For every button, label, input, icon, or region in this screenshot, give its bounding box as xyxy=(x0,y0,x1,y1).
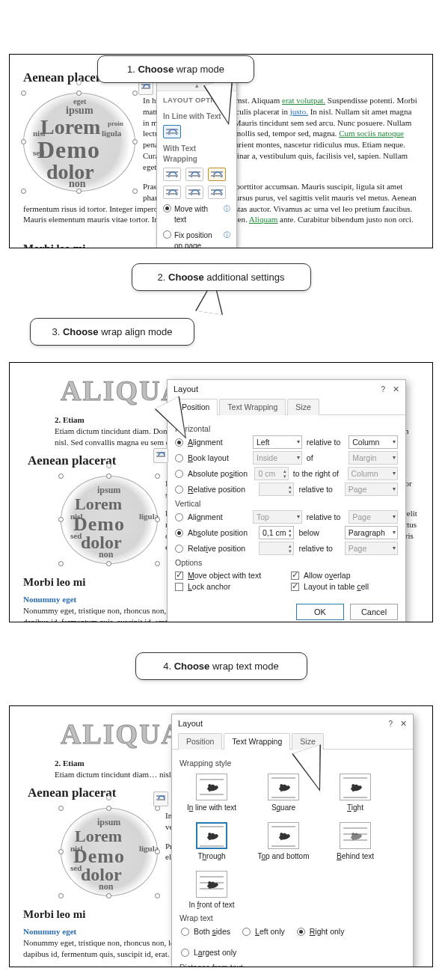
layout-dialog-wrapping: Layout ? ✕ Position Text Wrapping Size W… xyxy=(171,714,414,967)
wrap-style-square[interactable] xyxy=(268,774,299,800)
link-cum[interactable]: Cum sociis natoque xyxy=(339,129,404,138)
group-options: Options xyxy=(175,558,398,567)
move-with-text-radio[interactable] xyxy=(163,204,171,212)
h-abs-radio[interactable] xyxy=(175,470,183,478)
group-distance: Distance from text xyxy=(179,963,405,967)
mid-relative-to: relative to xyxy=(307,512,344,521)
lbl-square: Square xyxy=(271,803,295,812)
lbl-layout-cell: Layout in table cell xyxy=(304,582,369,591)
h-rel-radio[interactable] xyxy=(175,486,183,494)
v-abs-label: Absolute position xyxy=(188,528,254,537)
panel-2: ALIQUA. 2. Etiam Etiam dictum tincidunt … xyxy=(9,362,433,622)
layout-dialog: Layout ? ✕ Position Text Wrapping Size H… xyxy=(167,379,406,622)
dialog-title: Layout xyxy=(178,719,203,728)
h-rel-label: Relative position xyxy=(188,485,254,494)
h-alignment-combo[interactable]: Left▾ xyxy=(253,435,302,449)
callout-num: 3. xyxy=(52,326,60,337)
layout-options-button[interactable] xyxy=(153,448,168,463)
link-erat[interactable]: erat volutpat. xyxy=(282,96,325,105)
h-abs-rel: Column▾ xyxy=(348,467,399,480)
h-book-combo: Inside▾ xyxy=(253,451,302,465)
help-icon[interactable]: ? xyxy=(381,385,385,393)
v-rel-radio[interactable] xyxy=(175,545,183,553)
v-alignment-label: Alignment xyxy=(188,512,248,521)
link-aliquam[interactable]: Aliquam xyxy=(249,215,278,224)
wordcloud-image[interactable]: egetipsum proin Lorem nislligula Demo se… xyxy=(23,93,135,192)
callout-bold: Choose xyxy=(138,64,174,75)
h-rel-rel: Page▾ xyxy=(345,483,398,496)
move-with-text-label: Move with text xyxy=(174,204,221,224)
link-justo[interactable]: justo. xyxy=(290,107,308,116)
h-alignment-rel-combo[interactable]: Column▾ xyxy=(349,435,398,449)
wrap-square-icon[interactable] xyxy=(163,168,181,181)
v-alignment-rel: Page▾ xyxy=(349,510,398,524)
wrap-style-front[interactable] xyxy=(196,871,227,898)
close-icon[interactable]: ✕ xyxy=(393,385,399,393)
v-abs-spin[interactable]: 0,1 cm▴▾ xyxy=(259,526,295,539)
tab-position[interactable]: Position xyxy=(178,733,222,750)
lbl-tight: Tight xyxy=(347,803,363,812)
callout-num: 4. xyxy=(163,661,171,672)
callout-wrap-text-mode: 4. Choose wrap text mode xyxy=(135,652,307,680)
lbl-inline: In line with text xyxy=(187,803,236,812)
wrap-left-radio[interactable] xyxy=(242,928,251,936)
v-rel-rel: Page▾ xyxy=(345,542,398,555)
lbl-through: Through xyxy=(197,852,225,860)
close-icon[interactable]: ✕ xyxy=(400,719,407,728)
tab-text-wrapping[interactable]: Text Wrapping xyxy=(224,733,290,750)
chk-allow-overlap[interactable] xyxy=(291,572,299,580)
callout-rest: wrap mode xyxy=(174,64,224,75)
lbl-front: In front of text xyxy=(188,901,234,909)
wrap-largest-radio[interactable] xyxy=(181,949,189,957)
fix-position-radio[interactable] xyxy=(163,230,171,239)
flyout-section-wrap: With Text Wrapping xyxy=(157,141,236,165)
chk-move-object[interactable] xyxy=(175,572,183,580)
h-book-radio[interactable] xyxy=(175,454,183,462)
wrap-style-topbottom[interactable] xyxy=(268,822,299,849)
lbl-left: Left only xyxy=(255,927,285,936)
wrap-right-radio[interactable] xyxy=(297,928,305,936)
h-abs-label: Absolute position xyxy=(188,469,250,478)
help-icon[interactable]: ? xyxy=(388,719,393,728)
wordcloud-image[interactable]: ipsumLorem nislligula Demosed dolornon xyxy=(61,808,158,896)
wrap-tight-icon[interactable] xyxy=(185,168,203,181)
wrap-through-icon[interactable] xyxy=(208,168,226,181)
info-icon[interactable]: ⓘ xyxy=(224,230,230,239)
chk-layout-cell[interactable] xyxy=(291,583,299,591)
info-icon[interactable]: ⓘ xyxy=(224,204,230,213)
callout-rest: wrap text mode xyxy=(209,661,279,672)
callout-bold: Choose xyxy=(174,661,210,672)
wrap-style-inline[interactable] xyxy=(196,774,227,800)
mid-relative-to: relative to xyxy=(307,438,344,447)
wrap-style-tight[interactable] xyxy=(340,774,371,800)
v-alignment-combo: Top▾ xyxy=(253,510,302,524)
ok-button[interactable]: OK xyxy=(296,604,344,620)
v-alignment-radio[interactable] xyxy=(175,513,183,521)
wrap-style-through[interactable] xyxy=(196,822,227,849)
layout-options-button[interactable] xyxy=(153,791,168,806)
cancel-button[interactable]: Cancel xyxy=(350,604,398,620)
callout-rest: additional settings xyxy=(204,272,285,283)
mid-below: below xyxy=(298,528,340,537)
wrap-front-icon[interactable] xyxy=(208,186,226,199)
mid-relative-to: relative to xyxy=(298,544,340,553)
h-book-rel: Margin▾ xyxy=(349,451,398,465)
chk-lock-anchor[interactable] xyxy=(175,583,183,591)
tab-size[interactable]: Size xyxy=(287,399,319,415)
tab-text-wrapping[interactable]: Text Wrapping xyxy=(219,399,286,415)
list-num: 2. xyxy=(55,759,61,768)
wordcloud-image[interactable]: ipsumLorem nislligula Demosed dolornon xyxy=(61,476,158,564)
lbl-behind: Behind text xyxy=(337,852,374,860)
dialog-body: Horizontal Alignment Left▾ relative to C… xyxy=(168,415,405,596)
callout-bold: Choose xyxy=(168,272,204,283)
v-rel-label: Relative position xyxy=(188,544,254,553)
wrap-inline-icon[interactable] xyxy=(163,125,181,138)
wrap-both-radio[interactable] xyxy=(181,928,189,936)
wrap-topbottom-icon[interactable] xyxy=(163,186,181,199)
v-abs-rel[interactable]: Paragraph▾ xyxy=(345,526,398,539)
wrap-behind-icon[interactable] xyxy=(185,186,203,199)
wrap-style-behind[interactable] xyxy=(340,822,371,849)
group-vertical: Vertical xyxy=(175,499,398,508)
v-abs-radio[interactable] xyxy=(175,529,183,537)
v-rel-spin: ▴▾ xyxy=(259,542,295,555)
